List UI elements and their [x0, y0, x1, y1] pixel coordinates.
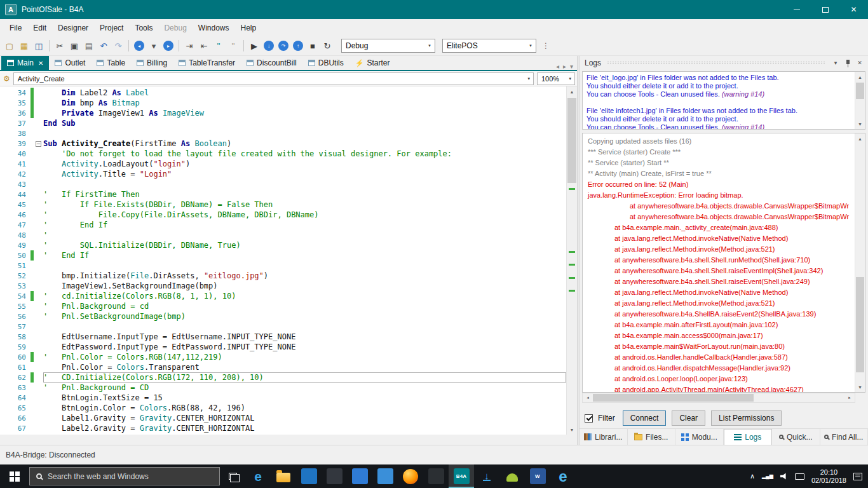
menu-help[interactable]: Help [235, 21, 262, 35]
line-number[interactable]: 54 [0, 292, 31, 301]
collapse-icon[interactable]: – [36, 141, 41, 147]
code-text[interactable]: Label1.Gravity = Gravity.CENTER_HORIZONT… [43, 413, 566, 423]
restart-icon[interactable]: ↻ [320, 39, 334, 53]
tab-starter[interactable]: ⚡Starter [349, 56, 396, 70]
code-text[interactable] [43, 322, 566, 332]
code-text[interactable]: ' cd.Initialize(Colors.RGB(8, 1, 1), 10) [43, 291, 566, 301]
code-editor[interactable]: 34 Dim Label2 As Label35 Dim bmp As Bitm… [0, 86, 577, 435]
menu-debug[interactable]: Debug [158, 21, 192, 35]
line-number[interactable]: 42 [0, 170, 31, 179]
open-project-icon[interactable]: ▦ [17, 39, 31, 53]
line-number[interactable]: 36 [0, 109, 31, 118]
code-text[interactable]: Pnl.Color = Colors.Transparent [43, 362, 566, 372]
line-number[interactable]: 34 [0, 89, 31, 97]
stop-icon[interactable]: ■ [306, 39, 320, 53]
line-number[interactable]: 35 [0, 99, 31, 107]
line-number[interactable]: 44 [0, 191, 31, 199]
code-text[interactable]: 'Do not forget to load the layout file c… [43, 149, 566, 159]
taskbar-word[interactable]: W [525, 464, 550, 488]
code-text[interactable]: ' If FirstTime Then [43, 189, 566, 200]
code-text[interactable]: bmp.Initialize(File.DirAssets, "eitlogo.… [43, 271, 566, 281]
list-permissions-button[interactable]: List Permissions [711, 410, 782, 426]
member-select[interactable]: Activity_Create ▾ [13, 72, 534, 85]
back-history-menu-icon[interactable]: ▾ [147, 39, 161, 53]
taskbar-file-explorer[interactable] [271, 464, 296, 488]
tab-table[interactable]: Table [91, 56, 131, 70]
action-center-icon[interactable] [853, 473, 862, 480]
tab-outlet[interactable]: Outlet [49, 56, 91, 70]
menu-windows[interactable]: Windows [193, 21, 235, 35]
copy-icon[interactable]: ▣ [67, 39, 81, 53]
menu-tools[interactable]: Tools [129, 21, 158, 35]
scroll-down-icon[interactable]: ▼ [855, 119, 865, 129]
hidden-icons-button[interactable]: ∧ [750, 473, 755, 480]
step-into-icon[interactable]: ↓ [264, 41, 274, 51]
menu-file[interactable]: File [4, 21, 27, 35]
tab-scroll-left-icon[interactable]: ◂ [556, 63, 559, 70]
code-text[interactable]: ' File.Copy(File.DirAssets, DBName, DBDi… [43, 210, 566, 220]
scroll-down-icon[interactable]: ▼ [567, 424, 577, 435]
line-number[interactable]: 37 [0, 119, 31, 128]
code-text[interactable]: Activity.LoadLayout("login") [43, 159, 566, 169]
taskbar-edge[interactable]: e [245, 464, 271, 488]
log-scroll-track[interactable] [855, 144, 865, 382]
undo-icon[interactable]: ↶ [97, 39, 111, 53]
scroll-right-icon[interactable]: ▸ [844, 393, 855, 402]
line-number[interactable]: 59 [0, 343, 31, 351]
line-number[interactable]: 66 [0, 414, 31, 423]
code-text[interactable]: ' If File.Exists(DBDir, DBName) = False … [43, 200, 566, 210]
code-text[interactable]: ' End If [43, 220, 566, 230]
save-icon[interactable]: ◫ [32, 39, 46, 53]
line-number[interactable]: 60 [0, 353, 31, 362]
line-number[interactable]: 56 [0, 313, 31, 321]
code-text[interactable]: BtnLogin.Color = Colors.RGB(88, 42, 196) [43, 403, 566, 413]
taskbar-app-blue-2[interactable] [372, 464, 398, 488]
taskbar-downloads[interactable]: ↓ [474, 464, 499, 488]
menu-edit[interactable]: Edit [27, 21, 52, 35]
step-over-icon[interactable]: ↷ [278, 41, 288, 51]
code-text[interactable]: ' Pnl.Background = cd [43, 301, 566, 311]
dock-tab-find-all[interactable]: Find All... [820, 429, 868, 445]
panel-close-icon[interactable]: ✕ [855, 60, 864, 66]
line-number[interactable]: 49 [0, 241, 31, 250]
scroll-left-icon[interactable]: ◂ [583, 393, 593, 402]
code-text[interactable]: BtnLogin.TextSize = 15 [43, 393, 566, 403]
line-number[interactable]: 52 [0, 272, 31, 280]
indent-icon[interactable]: ⇥ [182, 39, 196, 53]
redo-icon[interactable]: ↷ [111, 39, 125, 53]
volume-icon[interactable] [780, 473, 788, 480]
scroll-up-icon[interactable]: ▲ [855, 133, 865, 144]
code-text[interactable]: EdtPassword.InputType = EdtPassword.INPU… [43, 342, 566, 352]
keyboard-icon[interactable] [795, 473, 804, 480]
scroll-up-icon[interactable]: ▲ [567, 86, 577, 97]
line-number[interactable]: 50 [0, 252, 31, 260]
taskbar-ie[interactable]: e [550, 464, 576, 488]
toolbar-overflow-icon[interactable]: ⋮ [542, 41, 550, 50]
line-number[interactable]: 41 [0, 160, 31, 168]
line-number[interactable]: 57 [0, 323, 31, 331]
code-text[interactable] [43, 261, 566, 271]
task-view-button[interactable] [220, 464, 245, 488]
close-button[interactable]: ✕ [839, 0, 868, 19]
line-number[interactable]: 63 [0, 384, 31, 392]
editor-scroll-thumb[interactable] [567, 98, 576, 183]
line-number[interactable]: 45 [0, 201, 31, 209]
log-scroll-thumb[interactable] [856, 277, 864, 372]
code-text[interactable] [43, 128, 566, 139]
line-number[interactable]: 47 [0, 221, 31, 229]
panel-grip[interactable] [607, 61, 825, 65]
taskbar-app-dark[interactable] [322, 464, 347, 488]
line-number[interactable]: 61 [0, 363, 31, 372]
log-hscroll-thumb[interactable] [593, 394, 754, 402]
line-number[interactable]: 38 [0, 130, 31, 138]
step-out-icon[interactable]: ↑ [293, 41, 303, 51]
menu-project[interactable]: Project [94, 21, 129, 35]
code-text[interactable]: ' CD.Initialize(Colors.RGB(172, 110, 208… [43, 372, 566, 383]
code-text[interactable]: ' Pnl.SetBackgroundImage(bmp) [43, 311, 566, 322]
maximize-button[interactable] [811, 0, 839, 19]
code-text[interactable]: EdtUsername.InputType = EdtUsername.INPU… [43, 332, 566, 342]
new-module-icon[interactable]: ▢ [3, 39, 17, 53]
log-scrollbar[interactable]: ▲ ▼ [855, 133, 865, 392]
code-text[interactable]: Dim bmp As Bitmap [43, 98, 566, 108]
line-number[interactable]: 55 [0, 302, 31, 311]
